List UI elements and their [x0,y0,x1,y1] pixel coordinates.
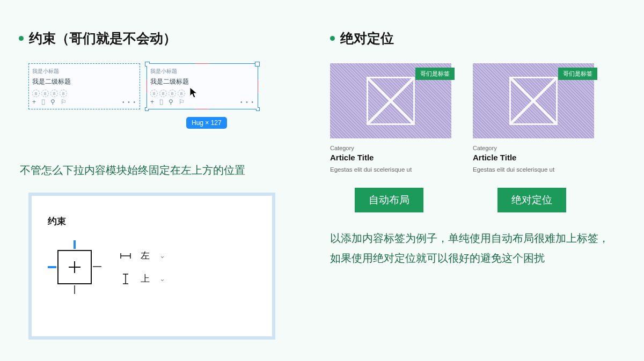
avatar-icon: 8 [178,90,185,97]
horizontal-icon [120,253,131,259]
layout-icon: ⌷ [41,98,45,106]
flag-icon: ⚐ [179,98,185,106]
plus-icon: + [150,98,154,106]
horizontal-value: 左 [141,249,150,262]
card-title: Article Title [473,153,594,162]
placeholder-image-icon [367,77,415,125]
preview-title: 我是二级标题 [150,77,254,86]
placeholder-image-icon [509,77,558,125]
card-category: Category [330,145,451,151]
flag-icon: ⚐ [61,98,67,106]
constraints-panel: 约束 左 ⌄ [28,193,275,340]
plus-icon: + [32,98,36,106]
avatar-icon: 8 [169,90,176,97]
card-title: Article Title [330,153,451,162]
chevron-down-icon: ⌄ [159,275,165,283]
vertical-icon [120,274,131,284]
preview-frame-left: 我是小标题 我是二级标题 8 8 8 8 + ⌷ ⚲ ⚐ • • • [28,63,140,109]
layout-icon: ⌷ [159,98,163,106]
label-autolayout: 自动布局 [355,188,423,212]
card-tag-badge: 哥们是标签 [558,68,597,80]
preview-subtitle: 我是小标题 [32,68,136,75]
vertical-constraint-select[interactable]: 上 ⌄ [120,272,165,285]
avatar-icon: 8 [32,90,40,97]
heading-constraints: 约束（哥们就是不会动） [19,30,282,47]
heading-text: 约束（哥们就是不会动） [29,30,177,47]
selection-size-pill: Hug × 127 [186,117,227,129]
card-desc: Egestas elit dui scelerisque ut [473,166,594,173]
pin-icon: ⚲ [169,98,173,106]
preview-frame-selected[interactable]: 我是小标题 我是二级标题 8 8 8 8 + ⌷ ⚲ ⚐ • • • [147,63,258,109]
paragraph-constraints: 不管怎么下拉内容模块始终固定在左上方的位置 [20,160,282,181]
cursor-icon [189,87,199,99]
card-tag-badge: 哥们是标签 [415,68,455,80]
heading-absolute: 绝对定位 [330,30,609,47]
figma-selection-preview: 我是小标题 我是二级标题 8 8 8 8 + ⌷ ⚲ ⚐ • • • [28,63,275,128]
pin-icon: ⚲ [50,98,55,106]
card-thumb: 哥们是标签 [330,63,451,138]
preview-subtitle: 我是小标题 [150,68,254,75]
chevron-down-icon: ⌄ [159,252,165,260]
example-card-autolayout: 哥们是标签 Category Article Title Egestas eli… [330,63,451,173]
vertical-value: 上 [141,272,150,285]
avatar-icon: 8 [60,90,67,97]
avatar-icon: 8 [159,90,167,97]
panel-title: 约束 [48,215,256,227]
example-card-absolute: 哥们是标签 Category Article Title Egestas eli… [473,63,594,173]
avatar-icon: 8 [50,90,58,97]
constraint-box[interactable] [48,240,101,294]
paragraph-absolute: 以添加内容标签为例子，单纯使用自动布局很难加上标签，如果使用绝对定位就可以很好的… [330,229,609,268]
avatar-row: 8 8 8 8 [150,90,254,97]
preview-title: 我是二级标题 [32,77,136,86]
avatar-row: 8 8 8 8 [32,90,136,97]
card-thumb: 哥们是标签 [473,63,594,138]
horizontal-constraint-select[interactable]: 左 ⌄ [120,249,165,262]
card-category: Category [473,145,594,151]
more-icon: • • • [240,99,254,105]
heading-text: 绝对定位 [340,30,394,47]
label-absolute: 绝对定位 [497,188,566,212]
avatar-icon: 8 [150,90,158,97]
bullet-icon [19,36,24,41]
card-desc: Egestas elit dui scelerisque ut [330,166,451,173]
avatar-icon: 8 [41,90,49,97]
bullet-icon [330,36,335,41]
more-icon: • • • [122,99,136,105]
